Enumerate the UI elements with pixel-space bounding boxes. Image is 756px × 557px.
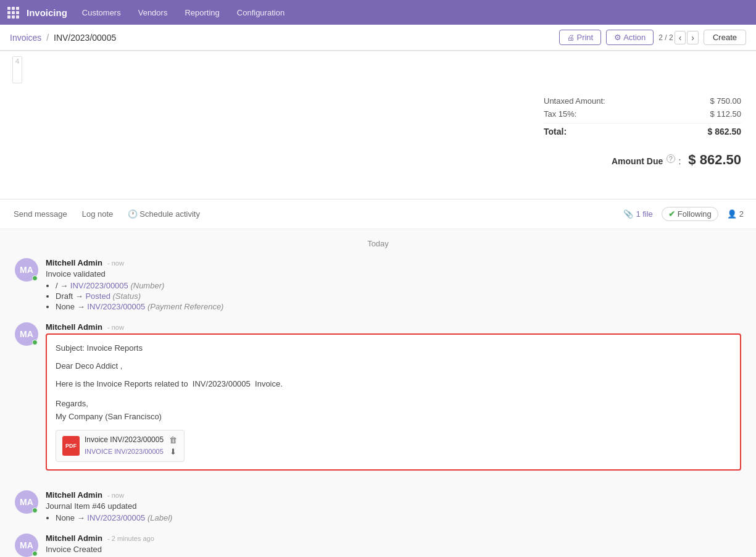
message-time-2: - now (107, 324, 124, 331)
attachment-box: PDF Invoice INV/2023/00005 INVOICE INV/2… (56, 430, 185, 462)
nav-item-vendors[interactable]: Vendors (136, 6, 170, 20)
attachment-actions: 🗑 ⬇ (168, 435, 178, 457)
message-title-1: Invoice validated (46, 269, 106, 278)
email-regards: Regards, (56, 398, 731, 411)
breadcrumb: Invoices / INV/2023/00005 (10, 33, 116, 43)
message-time-3: - now (107, 492, 124, 499)
clock-icon: 🕐 (128, 209, 138, 219)
action-button[interactable]: ⚙ Action (606, 30, 654, 45)
chatter-section: Send message Log note 🕐Schedule activity… (0, 199, 756, 557)
total-row: Total: $ 862.50 (544, 123, 741, 140)
untaxed-amount-row: Untaxed Amount: $ 750.00 (544, 94, 741, 107)
attachment-info: Invoice INV/2023/00005 INVOICE INV/2023/… (85, 434, 164, 458)
page-number-badge: 4 (12, 56, 22, 83)
invoice-top-area: 4 (0, 51, 756, 88)
invoice-card: 4 Untaxed Amount: $ 750.00 Tax 15%: $ 11… (0, 51, 756, 199)
print-icon: 🖨 (567, 33, 575, 42)
file-attachment-link[interactable]: 📎 1 file (623, 209, 652, 219)
top-navigation: Invoicing Customers Vendors Reporting Co… (0, 0, 756, 25)
message-content-1: Invoice validated / → INV/2023/00005 (Nu… (46, 269, 741, 311)
message-body-1: Mitchell Admin - now Invoice validated /… (46, 258, 741, 312)
change-item-3a: None → INV/2023/00005 (Label) (56, 513, 741, 522)
action-label: Action (623, 33, 646, 42)
email-body: Subject: Invoice Reports Dear Deco Addic… (56, 342, 731, 462)
file-count: 1 file (636, 209, 652, 219)
delete-attachment-button[interactable]: 🗑 (168, 435, 178, 445)
message-title-4: Invoice Created (46, 545, 102, 554)
message-time-1: - now (107, 259, 124, 267)
message-content-3: Journal Item #46 updated None → INV/2023… (46, 501, 741, 522)
record-navigation: 2 / 2 ‹ › (658, 31, 699, 44)
invoice-link-in-email[interactable]: INV/2023/00005 (193, 379, 251, 388)
attachment-sub[interactable]: INVOICE INV/2023/00005 (85, 446, 164, 458)
message-body-4: Mitchell Admin - 2 minutes ago Invoice C… (46, 534, 741, 554)
gear-icon: ⚙ (614, 33, 621, 42)
page-display: 2 / 2 (658, 33, 673, 42)
breadcrumb-current: INV/2023/00005 (54, 33, 116, 43)
online-status-dot-2 (32, 340, 38, 345)
amount-due-label: Amount Due (612, 156, 663, 166)
schedule-activity-button[interactable]: 🕐Schedule activity (127, 207, 201, 221)
change-item-1a: / → INV/2023/00005 (Number) (56, 281, 741, 290)
breadcrumb-parent[interactable]: Invoices (10, 33, 41, 43)
chatter-left-actions: Send message Log note 🕐Schedule activity (12, 207, 201, 221)
change-item-1b: Draft → Posted (Status) (56, 291, 741, 301)
avatar-2: MA (15, 322, 38, 346)
amount-due-section: Amount Due ? : $ 862.50 (612, 152, 741, 168)
chatter-actions-bar: Send message Log note 🕐Schedule activity… (0, 199, 756, 229)
apps-menu-icon[interactable] (7, 7, 19, 19)
message-content-4: Invoice Created (46, 545, 741, 554)
feed-date-header: Today (15, 239, 741, 248)
email-company: My Company (San Francisco) (56, 411, 731, 424)
avatar-3: MA (15, 490, 38, 514)
following-check-icon: ✔ (668, 209, 675, 219)
email-body-text: Here is the Invoice Reports related to I… (56, 378, 731, 391)
summary-table: Untaxed Amount: $ 750.00 Tax 15%: $ 112.… (544, 94, 741, 140)
avatar-1: MA (15, 258, 38, 282)
followers-count: 👤 2 (727, 209, 744, 219)
message-2-content: Mitchell Admin - now Subject: Invoice Re… (46, 322, 741, 480)
invoice-summary-area: Untaxed Amount: $ 750.00 Tax 15%: $ 112.… (0, 88, 756, 186)
message-author-4: Mitchell Admin (46, 534, 102, 543)
message-header-1: Mitchell Admin - now (46, 258, 741, 267)
person-icon: 👤 (727, 209, 737, 219)
nav-item-configuration[interactable]: Configuration (235, 6, 287, 20)
prev-record-button[interactable]: ‹ (675, 31, 686, 44)
avatar-4: MA (15, 534, 38, 557)
amount-due-value: $ 862.50 (688, 152, 741, 168)
print-label: Print (576, 33, 593, 42)
email-greeting: Dear Deco Addict , (56, 360, 731, 373)
tax-row: Tax 15%: $ 112.50 (544, 107, 741, 120)
message-author-3: Mitchell Admin (46, 490, 102, 500)
app-brand[interactable]: Invoicing (27, 7, 67, 18)
amount-due-tooltip[interactable]: ? (667, 154, 675, 163)
online-status-dot-3 (32, 508, 38, 513)
message-1: MA Mitchell Admin - now Invoice validate… (15, 258, 741, 312)
next-record-button[interactable]: › (687, 31, 699, 44)
message-title-3: Journal Item #46 updated (46, 501, 136, 511)
total-value: $ 862.50 (708, 127, 742, 136)
breadcrumb-separator: / (46, 33, 49, 43)
total-label: Total: (544, 127, 567, 136)
online-status-dot (32, 275, 38, 281)
message-time-4: - 2 minutes ago (107, 535, 154, 542)
pdf-icon: PDF (62, 436, 80, 456)
log-note-button[interactable]: Log note (81, 207, 115, 221)
message-header-3: Mitchell Admin - now (46, 490, 741, 500)
following-button[interactable]: ✔ Following (662, 207, 718, 221)
amount-due-label-group: Amount Due ? : (612, 154, 681, 166)
nav-item-reporting[interactable]: Reporting (182, 6, 222, 20)
breadcrumb-bar: Invoices / INV/2023/00005 🖨 Print ⚙ Acti… (0, 25, 756, 51)
attachment-name: Invoice INV/2023/00005 (85, 434, 164, 446)
send-message-button[interactable]: Send message (12, 207, 69, 221)
message-author-2: Mitchell Admin (46, 322, 102, 332)
create-button[interactable]: Create (704, 30, 746, 45)
tax-value: $ 112.50 (686, 109, 741, 119)
message-header-2: Mitchell Admin - now (46, 322, 741, 332)
nav-item-customers[interactable]: Customers (80, 6, 123, 20)
download-attachment-button[interactable]: ⬇ (168, 446, 178, 457)
message-header-4: Mitchell Admin - 2 minutes ago (46, 534, 741, 543)
print-button[interactable]: 🖨 Print (559, 30, 601, 45)
change-item-1c: None → INV/2023/00005 (Payment Reference… (56, 302, 741, 311)
message-author-1: Mitchell Admin (46, 258, 102, 267)
